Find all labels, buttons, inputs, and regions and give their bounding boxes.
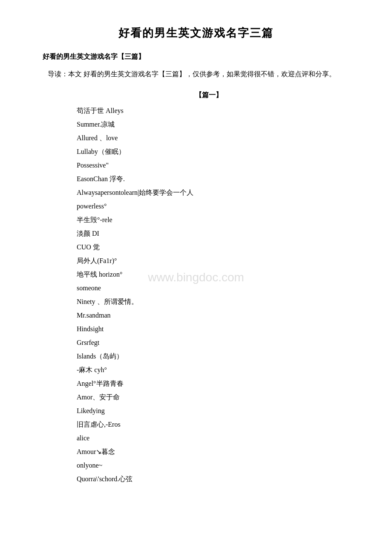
list-item: Mr.sandman (77, 309, 358, 322)
list-item: EasonChan 浮夸. (77, 172, 358, 186)
list-item: Lullaby（催眠） (77, 145, 358, 159)
list-item: -麻木 cyh° (77, 363, 358, 377)
list-item: powerless° (77, 199, 358, 213)
list-item: Allured 、love (77, 131, 358, 145)
list-item: Summer.凉城 (77, 118, 358, 131)
list-item: someone (77, 281, 358, 295)
list-item: onlyone~ (77, 459, 358, 472)
list-item: Possessive" (77, 159, 358, 172)
list-item: Angel°半路青春 (77, 377, 358, 390)
name-list: 苟活于世 AlleysSummer.凉城Allured 、loveLullaby… (77, 104, 358, 486)
intro-text: 导读：本文 好看的男生英文游戏名字【三篇】，仅供参考，如果觉得很不错，欢迎点评和… (34, 68, 358, 81)
section1-header: 【篇一】 (60, 91, 358, 100)
list-item: Amor、安于命 (77, 390, 358, 404)
list-item: 淡颜 DI (77, 227, 358, 240)
list-item: Islands（岛屿） (77, 350, 358, 363)
list-item: CUO 觉 (77, 240, 358, 254)
list-item: 苟活于世 Alleys (77, 104, 358, 118)
list-item: Likedying (77, 404, 358, 418)
list-item: 旧言虐心,-Eros (77, 418, 358, 431)
list-item: Grsrfegt (77, 336, 358, 350)
list-item: 局外人(Fa1r)° (77, 254, 358, 268)
subtitle: 好看的男生英文游戏名字【三篇】 (43, 52, 358, 61)
list-item: Hindsight (77, 322, 358, 336)
list-item: 半生毁°-rele (77, 213, 358, 227)
list-item: alice (77, 431, 358, 445)
list-item: Ninety 、所谓爱情。 (77, 295, 358, 309)
page-title: 好看的男生英文游戏名字三篇 (34, 26, 358, 40)
list-item: Amour↘暮念 (77, 445, 358, 459)
list-item: 地平线 horizon° (77, 268, 358, 281)
list-item: Quorra\'schord.心弦 (77, 472, 358, 486)
list-item: Alwaysapersontolearn|始终要学会一个人 (77, 186, 358, 199)
